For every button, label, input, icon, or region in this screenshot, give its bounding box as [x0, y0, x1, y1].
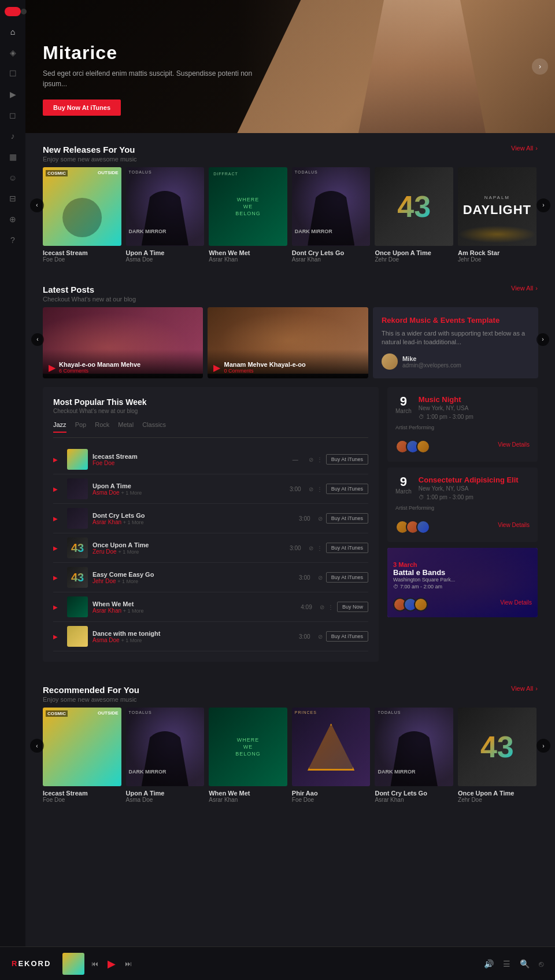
- hero-next-arrow[interactable]: ›: [532, 58, 548, 75]
- latest-posts-section: Latest Posts Checkout What's new at our …: [25, 273, 555, 379]
- player-volume-icon[interactable]: 🔊: [484, 959, 494, 968]
- card-icecast-artist: Foe Doe: [43, 256, 121, 263]
- post-1-play-icon[interactable]: ▶: [49, 362, 56, 373]
- sidebar-toggle[interactable]: [5, 7, 21, 16]
- track-7-duration: 3:00: [296, 633, 313, 640]
- sidebar-item-video[interactable]: ▶: [8, 89, 18, 100]
- tab-classics[interactable]: Classics: [142, 421, 166, 433]
- rec-43-number: 43: [458, 708, 536, 786]
- sidebar-item-save[interactable]: ⊟: [8, 193, 18, 204]
- track-5-buy-button[interactable]: Buy At iTunes: [326, 572, 368, 583]
- post-2-play-icon[interactable]: ▶: [213, 362, 220, 373]
- track-7-buy-button[interactable]: Buy At iTunes: [326, 631, 368, 642]
- card-once-upon[interactable]: 43 Once Upon A Time Zehr Doe: [375, 167, 453, 263]
- card-dont-title: Dont Cry Lets Go: [292, 249, 371, 256]
- sidebar-item-add[interactable]: ⊕: [8, 214, 18, 224]
- player-next-button[interactable]: ⏭: [125, 960, 132, 968]
- event-1-name: Music Night: [419, 395, 530, 404]
- track-3-name: Dont Cry Lets Go: [92, 512, 291, 519]
- sidebar-item-camera[interactable]: ◻: [8, 110, 18, 120]
- rec-card-upon[interactable]: TODALUS DARK MIRROR Upon A Time Asma Doe: [126, 708, 205, 803]
- card-daylight[interactable]: NAPALM DAYLIGHT Am Rock Star Jehr Doe: [458, 167, 536, 263]
- main-content: Mitarice Sed eget orci eleifend enim mat…: [25, 0, 555, 849]
- track-5-name: Easy Come Easy Go: [92, 571, 291, 578]
- tab-rock[interactable]: Rock: [95, 421, 109, 433]
- track-6-buy-button[interactable]: Buy Now: [337, 602, 368, 612]
- rec-carousel-prev[interactable]: ‹: [30, 739, 44, 753]
- track-1-share[interactable]: ⊘: [309, 456, 313, 463]
- post-card-2[interactable]: ▶ Manam Mehve Khayal-e-oo 0 Comments: [208, 307, 368, 379]
- event-3-overlay: 3 March Battal e Bands Washington Square…: [387, 548, 538, 617]
- new-releases-view-all[interactable]: View All ›: [511, 145, 538, 152]
- sidebar-item-chat[interactable]: ☐: [8, 68, 18, 79]
- player-search-icon[interactable]: 🔍: [520, 959, 530, 968]
- track-3-play[interactable]: ▶: [53, 515, 62, 522]
- sidebar-item-calendar[interactable]: ▦: [8, 152, 18, 162]
- event-2-view-details[interactable]: View Details: [498, 522, 530, 528]
- track-6-share[interactable]: ⊘: [320, 604, 324, 610]
- track-5-actions: ⊘ Buy At iTunes: [318, 572, 368, 583]
- track-5-share[interactable]: ⊘: [318, 574, 323, 581]
- track-1-buy-button[interactable]: Buy At iTunes: [326, 454, 368, 465]
- rec-carousel-next[interactable]: ›: [536, 739, 550, 753]
- rec-card-phir[interactable]: PRINCES Phir Aao Foe Doe: [292, 708, 371, 803]
- tab-pop[interactable]: Pop: [75, 421, 87, 433]
- card-icecast-stream[interactable]: COSMIC OUTSIDE Icecast Stream Foe Doe: [43, 167, 121, 263]
- card-upon-a-time[interactable]: TODALUS DARK MIRROR Upon A Time Asma Doe: [126, 167, 205, 263]
- post-card-1[interactable]: ▶ Khayal-e-oo Manam Mehve 6 Comments: [43, 307, 203, 379]
- sidebar-item-music[interactable]: ♪: [8, 131, 18, 141]
- card-dont-cry[interactable]: TODALUS DARK MIRROR Dont Cry Lets Go Asr…: [292, 167, 371, 263]
- latest-posts-view-all[interactable]: View All ›: [511, 285, 538, 292]
- track-2-buy-button[interactable]: Buy At iTunes: [326, 484, 368, 494]
- track-6-play[interactable]: ▶: [53, 604, 62, 610]
- track-3-share[interactable]: ⊘: [318, 515, 323, 522]
- track-2-more[interactable]: ⋮: [317, 486, 323, 492]
- event-3-time: 7:00 am - 2:00 am: [400, 584, 442, 590]
- track-7-share[interactable]: ⊘: [318, 633, 323, 640]
- rec-card-when[interactable]: WHERE WE BELONG When We Met Asrar Khan: [209, 708, 287, 803]
- track-5-play[interactable]: ▶: [53, 574, 62, 581]
- card-when-we-met[interactable]: WHERE WE BELONG DIFFRACT When We Met Asr…: [209, 167, 287, 263]
- track-1-play[interactable]: ▶: [53, 456, 62, 463]
- rec-card-icecast[interactable]: COSMIC OUTSIDE Icecast Stream Foe Doe: [43, 708, 121, 803]
- event-card-2[interactable]: 9 March Consectetur Adipisicing Elit New…: [387, 467, 538, 542]
- event-card-1[interactable]: 9 March Music Night New York, NY, USA ⏱ …: [387, 387, 538, 462]
- rec-card-once[interactable]: 43 Once Upon A Time Zehr Doe: [458, 708, 536, 803]
- player-queue-icon[interactable]: ☰: [503, 959, 510, 968]
- track-6-more[interactable]: ⋮: [328, 604, 334, 610]
- track-2-share[interactable]: ⊘: [309, 486, 313, 492]
- track-4-play[interactable]: ▶: [53, 545, 62, 551]
- sidebar-item-help[interactable]: ?: [8, 235, 18, 245]
- player-prev-button[interactable]: ⏮: [91, 960, 98, 968]
- tab-jazz[interactable]: Jazz: [53, 421, 66, 433]
- recommended-header: Recommended For You Enjoy some new aweso…: [25, 673, 555, 708]
- rec-phir-artist: Foe Doe: [292, 797, 371, 803]
- track-4-buy-button[interactable]: Buy At iTunes: [326, 543, 368, 553]
- track-3-buy-button[interactable]: Buy At iTunes: [326, 513, 368, 524]
- tab-metal[interactable]: Metal: [118, 421, 134, 433]
- sidebar-item-home[interactable]: ⌂: [8, 27, 18, 37]
- buy-itunes-button[interactable]: Buy Now At iTunes: [43, 100, 121, 116]
- sidebar-item-user[interactable]: ☺: [8, 172, 18, 183]
- track-7-play[interactable]: ▶: [53, 633, 62, 640]
- player-play-button[interactable]: ▶: [108, 957, 116, 970]
- card-napalm-label: NAPALM: [484, 195, 510, 200]
- track-2-play[interactable]: ▶: [53, 486, 62, 492]
- card-upon-image: TODALUS DARK MIRROR: [126, 167, 205, 246]
- event-card-3[interactable]: 3 March Battal e Bands Washington Square…: [387, 548, 538, 617]
- event-1-view-details[interactable]: View Details: [498, 441, 530, 448]
- posts-prev-button[interactable]: ‹: [31, 333, 44, 346]
- track-4-more[interactable]: ⋮: [317, 545, 323, 551]
- recommended-view-all[interactable]: View All ›: [511, 685, 538, 692]
- track-6-artist: Asrar Khan + 1 More: [92, 607, 293, 614]
- player-share-icon[interactable]: ⎋: [539, 959, 543, 968]
- carousel-prev-button[interactable]: ‹: [30, 198, 44, 212]
- track-4-share[interactable]: ⊘: [309, 545, 313, 551]
- event-3-view-details[interactable]: View Details: [500, 599, 532, 606]
- posts-next-button[interactable]: ›: [536, 333, 549, 346]
- rec-card-dont[interactable]: TODALUS DARK MIRROR Dont Cry Lets Go Asr…: [375, 708, 453, 803]
- carousel-next-button[interactable]: ›: [536, 198, 550, 212]
- sidebar-item-layers[interactable]: ◈: [8, 47, 18, 58]
- track-1-more[interactable]: ⋮: [317, 456, 323, 463]
- track-5-duration: 3:00: [296, 574, 313, 581]
